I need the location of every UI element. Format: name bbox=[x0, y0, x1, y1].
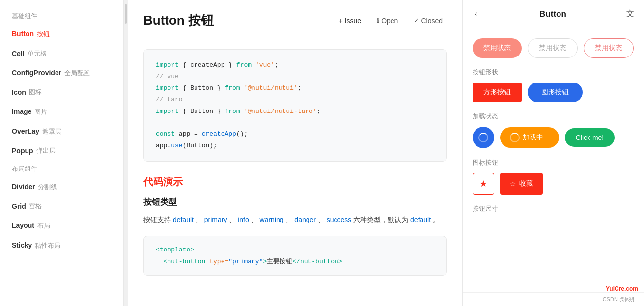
sidebar-item-popup-sub: 弹出层 bbox=[36, 146, 56, 155]
open-label: Open bbox=[381, 17, 398, 25]
sidebar: 基础组件 Button 按钮 Cell 单元格 ConfigProvider 全… bbox=[0, 0, 124, 306]
code-line-7: app.use(Button); bbox=[156, 140, 434, 151]
sidebar-item-button-main: Button bbox=[12, 29, 34, 39]
sidebar-item-overlay[interactable]: OverLay 遮罩层 bbox=[0, 122, 123, 141]
shape-section-label: 按钮形状 bbox=[473, 68, 634, 77]
icon-buttons-row: ★ ☆ 收藏 bbox=[473, 173, 634, 195]
star-icon-button[interactable]: ★ bbox=[473, 173, 494, 195]
collect-button[interactable]: ☆ 收藏 bbox=[500, 173, 543, 195]
code-line-blank bbox=[156, 117, 434, 128]
sidebar-item-icon[interactable]: Icon 图标 bbox=[0, 83, 123, 103]
sidebar-item-divider-main: Divider bbox=[12, 182, 35, 192]
disabled-primary-button[interactable]: 禁用状态 bbox=[473, 38, 522, 58]
code-line-3: import { Button } from '@nutui/nutui'; bbox=[156, 83, 434, 94]
sidebar-item-popup-main: Popup bbox=[12, 146, 33, 156]
sidebar-item-overlay-main: OverLay bbox=[12, 127, 39, 137]
issue-button[interactable]: + Issue bbox=[335, 15, 365, 27]
sidebar-item-layout-main: Layout bbox=[12, 221, 34, 231]
code-block: import { createApp } from 'vue'; // vue … bbox=[143, 49, 447, 162]
sidebar-item-configprovider-sub: 全局配置 bbox=[64, 69, 90, 78]
sidebar-item-sticky[interactable]: Sticky 粘性布局 bbox=[0, 236, 123, 255]
sidebar-item-overlay-sub: 遮罩层 bbox=[42, 127, 61, 136]
disabled-danger-outline-button[interactable]: 禁用状态 bbox=[584, 38, 634, 58]
desc-default2: default bbox=[410, 216, 431, 223]
scroll-thumb bbox=[125, 4, 127, 24]
shape-buttons-row: 方形按钮 圆形按钮 bbox=[473, 83, 634, 102]
header-actions: + Issue ℹ Open ✓ Closed bbox=[335, 15, 447, 27]
code-line-4: // taro bbox=[156, 94, 434, 105]
size-section-label: 按钮尺寸 bbox=[473, 204, 634, 213]
preview-back-button[interactable]: ‹ bbox=[473, 7, 479, 21]
scroll-indicator bbox=[124, 0, 128, 306]
section-label-layout: 布局组件 bbox=[0, 161, 123, 177]
loading-orange-button[interactable]: 加载中... bbox=[500, 127, 559, 148]
desc-danger: danger bbox=[294, 216, 316, 223]
sidebar-item-button-sub: 按钮 bbox=[37, 30, 50, 39]
code-line-6: const app = createApp(); bbox=[156, 128, 434, 139]
preview-lang-button[interactable]: 文 bbox=[626, 9, 634, 19]
sidebar-item-sticky-sub: 粘性布局 bbox=[35, 241, 60, 250]
open-button[interactable]: ℹ Open bbox=[373, 15, 402, 27]
sidebar-section-layout: 布局组件 Divider 分割线 Grid 宫格 Layout 布局 Stick… bbox=[0, 161, 123, 255]
template-code-block: <template> <nut-button type="primary">主要… bbox=[143, 236, 447, 276]
page-header: Button 按钮 + Issue ℹ Open ✓ Closed bbox=[143, 12, 447, 37]
info-icon: ℹ bbox=[377, 17, 379, 24]
sidebar-item-grid-sub: 宫格 bbox=[29, 202, 42, 211]
spin-icon-orange bbox=[510, 133, 520, 142]
desc-success: success bbox=[327, 216, 352, 223]
square-button[interactable]: 方形按钮 bbox=[473, 83, 522, 102]
disabled-buttons-row: 禁用状态 禁用状态 禁用状态 bbox=[473, 38, 634, 58]
template-line-2: <nut-button type="primary">主要按钮</nut-but… bbox=[156, 256, 434, 267]
disabled-outline-button[interactable]: 禁用状态 bbox=[528, 38, 578, 58]
sidebar-item-icon-sub: 图标 bbox=[29, 88, 42, 97]
loading-orange-label: 加载中... bbox=[523, 133, 549, 142]
section-label-basic: 基础组件 bbox=[0, 8, 123, 25]
sidebar-item-layout[interactable]: Layout 布局 bbox=[0, 216, 123, 236]
desc-default: default bbox=[173, 216, 194, 223]
desc-warning: warning bbox=[260, 216, 284, 223]
sidebar-item-image-sub: 图片 bbox=[34, 108, 47, 116]
sidebar-item-image[interactable]: Image 图片 bbox=[0, 102, 123, 122]
sidebar-item-sticky-main: Sticky bbox=[12, 241, 32, 250]
check-icon: ✓ bbox=[414, 17, 419, 24]
sidebar-item-layout-sub: 布局 bbox=[37, 222, 50, 230]
code-line-2: // vue bbox=[156, 71, 434, 82]
round-button[interactable]: 圆形按钮 bbox=[528, 83, 583, 102]
sidebar-item-divider[interactable]: Divider 分割线 bbox=[0, 177, 123, 197]
closed-label: Closed bbox=[421, 17, 443, 25]
closed-button[interactable]: ✓ Closed bbox=[410, 15, 447, 27]
sidebar-item-configprovider[interactable]: ConfigProvider 全局配置 bbox=[0, 63, 123, 83]
csdn-label: CSDN @js朔 bbox=[463, 292, 644, 306]
sidebar-item-image-main: Image bbox=[12, 107, 31, 117]
loading-green-button[interactable]: Click me! bbox=[565, 128, 615, 147]
collect-label: 收藏 bbox=[519, 179, 533, 188]
sidebar-item-popup[interactable]: Popup 弹出层 bbox=[0, 141, 123, 161]
loading-section-label: 加载状态 bbox=[473, 112, 634, 121]
star-icon: ★ bbox=[479, 178, 487, 189]
loading-buttons-row: 加载中... Click me! bbox=[473, 127, 634, 148]
preview-title: Button bbox=[539, 9, 566, 19]
subsection-title-btn-type: 按钮类型 bbox=[143, 196, 447, 208]
desc-primary: primary bbox=[204, 216, 227, 223]
code-line-1: import { createApp } from 'vue'; bbox=[156, 59, 434, 71]
section-title-demo: 代码演示 bbox=[143, 175, 447, 189]
sidebar-item-grid-main: Grid bbox=[12, 202, 26, 212]
preview-panel: ‹ Button 文 禁用状态 禁用状态 禁用状态 按钮形状 方形按钮 圆形按钮… bbox=[462, 0, 644, 306]
main-content: Button 按钮 + Issue ℹ Open ✓ Closed import… bbox=[128, 0, 462, 306]
sidebar-item-cell[interactable]: Cell 单元格 bbox=[0, 44, 123, 64]
spin-icon bbox=[478, 133, 488, 142]
sidebar-item-cell-main: Cell bbox=[12, 49, 25, 59]
sidebar-item-icon-main: Icon bbox=[12, 88, 26, 98]
sidebar-item-button[interactable]: Button 按钮 bbox=[0, 25, 123, 44]
sidebar-item-configprovider-main: ConfigProvider bbox=[12, 68, 61, 78]
description-text: 按钮支持 default 、 primary 、 info 、 warning … bbox=[143, 214, 447, 226]
page-title: Button 按钮 bbox=[143, 12, 214, 29]
sidebar-item-cell-sub: 单元格 bbox=[28, 49, 47, 58]
sidebar-section-basic: 基础组件 Button 按钮 Cell 单元格 ConfigProvider 全… bbox=[0, 8, 123, 161]
icon-section-label: 图标按钮 bbox=[473, 158, 634, 167]
sidebar-item-grid[interactable]: Grid 宫格 bbox=[0, 197, 123, 217]
preview-body: 禁用状态 禁用状态 禁用状态 按钮形状 方形按钮 圆形按钮 加载状态 加载中..… bbox=[463, 28, 644, 292]
code-line-5: import { Button } from '@nutui/nutui-tar… bbox=[156, 106, 434, 117]
collect-star-icon: ☆ bbox=[510, 180, 516, 188]
loading-circle-button[interactable] bbox=[473, 127, 494, 148]
